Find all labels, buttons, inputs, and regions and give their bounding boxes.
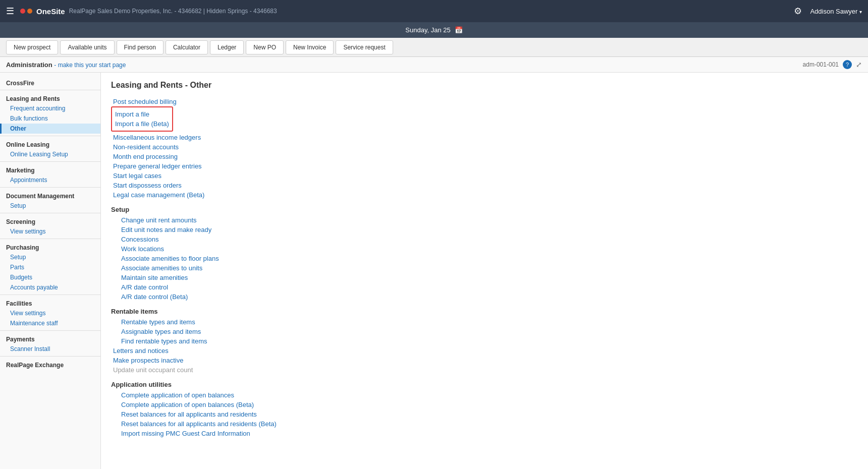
sidebar-section-leasing: Leasing and Rents xyxy=(0,92,100,103)
new-po-button[interactable]: New PO xyxy=(246,40,284,54)
top-header: ☰ OneSite RealPage Sales Demo Properties… xyxy=(0,0,868,22)
sidebar-item-scanner-install[interactable]: Scanner Install xyxy=(0,344,100,354)
link-find-rentable-types-items[interactable]: Find rentable types and items xyxy=(121,336,858,346)
link-start-legal-cases[interactable]: Start legal cases xyxy=(113,171,858,181)
divider xyxy=(0,161,100,162)
find-person-button[interactable]: Find person xyxy=(117,40,164,54)
link-import-a-file[interactable]: Import a file xyxy=(115,109,169,119)
link-miscellaneous-income-ledgers[interactable]: Miscellaneous income ledgers xyxy=(113,133,858,142)
app-utilities-section-header: Application utilities xyxy=(111,381,858,388)
link-legal-case-management-beta[interactable]: Legal case management (Beta) xyxy=(113,190,858,200)
service-request-button[interactable]: Service request xyxy=(336,40,393,54)
setup-section-header: Setup xyxy=(111,206,858,213)
link-reset-balances-applicants-residents[interactable]: Reset balances for all applicants and re… xyxy=(121,409,858,419)
sidebar-item-purchasing-setup[interactable]: Setup xyxy=(0,252,100,262)
link-letters-and-notices[interactable]: Letters and notices xyxy=(113,346,858,356)
sidebar-item-online-leasing-setup[interactable]: Online Leasing Setup xyxy=(0,149,100,159)
sidebar-item-frequent-accounting[interactable]: Frequent accounting xyxy=(0,103,100,113)
sidebar-section-marketing: Marketing xyxy=(0,164,100,175)
app-name: OneSite xyxy=(36,7,65,16)
divider xyxy=(0,239,100,239)
link-non-resident-accounts[interactable]: Non-resident accounts xyxy=(113,142,858,152)
sidebar: CrossFire Leasing and Rents Frequent acc… xyxy=(0,73,101,469)
link-concessions[interactable]: Concessions xyxy=(121,234,858,244)
quick-nav: New prospect Available units Find person… xyxy=(0,38,868,57)
rentable-items-section-header: Rentable items xyxy=(111,308,858,315)
calculator-button[interactable]: Calculator xyxy=(166,40,208,54)
admin-bar-right: adm-001-001 ? ⤢ xyxy=(803,60,862,69)
sidebar-item-parts[interactable]: Parts xyxy=(0,262,100,272)
divider xyxy=(0,187,100,188)
divider xyxy=(0,356,100,357)
link-reset-balances-applicants-residents-beta[interactable]: Reset balances for all applicants and re… xyxy=(121,419,858,429)
link-complete-application-open-balances-beta[interactable]: Complete application of open balances (B… xyxy=(121,400,858,409)
link-month-end-processing[interactable]: Month end processing xyxy=(113,152,858,161)
administration-label: Administration xyxy=(6,61,52,69)
help-icon[interactable]: ? xyxy=(843,60,852,69)
link-rentable-types-items[interactable]: Rentable types and items xyxy=(121,317,858,327)
divider xyxy=(0,213,100,213)
link-ar-date-control[interactable]: A/R date control xyxy=(121,282,858,292)
hamburger-icon[interactable]: ☰ xyxy=(6,6,14,17)
admin-bar-left: Administration - make this your start pa… xyxy=(6,61,126,69)
rentable-section-links: Rentable types and items Assignable type… xyxy=(111,317,858,346)
admin-bar: Administration - make this your start pa… xyxy=(0,57,868,73)
link-assignable-types-items[interactable]: Assignable types and items xyxy=(121,327,858,336)
ledger-button[interactable]: Ledger xyxy=(210,40,244,54)
link-work-locations[interactable]: Work locations xyxy=(121,244,858,254)
gear-icon[interactable]: ⚙ xyxy=(794,6,802,17)
link-make-prospects-inactive[interactable]: Make prospects inactive xyxy=(113,356,858,365)
link-start-dispossess-orders[interactable]: Start dispossess orders xyxy=(113,181,858,190)
page-title: Leasing and Rents - Other xyxy=(111,81,858,90)
chevron-down-icon: ▾ xyxy=(859,9,862,15)
setup-section-links: Change unit rent amounts Edit unit notes… xyxy=(111,215,858,302)
divider xyxy=(0,295,100,295)
link-import-a-file-beta[interactable]: Import a file (Beta) xyxy=(115,119,169,129)
sidebar-item-doc-setup[interactable]: Setup xyxy=(0,201,100,211)
app-utilities-section-links: Complete application of open balances Co… xyxy=(111,390,858,438)
link-update-unit-occupant-count: Update unit occupant count xyxy=(113,365,858,375)
link-associate-amenities-floor-plans[interactable]: Associate amenities to floor plans xyxy=(121,254,858,263)
link-edit-unit-notes[interactable]: Edit unit notes and make ready xyxy=(121,225,858,234)
divider xyxy=(0,136,100,136)
divider xyxy=(0,330,100,331)
new-invoice-button[interactable]: New Invoice xyxy=(286,40,334,54)
sidebar-section-facilities: Facilities xyxy=(0,297,100,308)
date-bar: Sunday, Jan 25 📅 xyxy=(0,22,868,38)
link-ar-date-control-beta[interactable]: A/R date control (Beta) xyxy=(121,292,858,302)
sidebar-item-maintenance-staff[interactable]: Maintenance staff xyxy=(0,318,100,328)
sidebar-item-facilities-view-settings[interactable]: View settings xyxy=(0,308,100,318)
sidebar-item-bulk-functions[interactable]: Bulk functions xyxy=(0,113,100,124)
sidebar-section-realpage-exchange: RealPage Exchange xyxy=(0,359,100,370)
link-import-missing-pmc-guest-card[interactable]: Import missing PMC Guest Card Informatio… xyxy=(121,429,858,438)
link-change-unit-rent-amounts[interactable]: Change unit rent amounts xyxy=(121,215,858,225)
expand-icon[interactable]: ⤢ xyxy=(856,61,862,69)
sidebar-section-payments: Payments xyxy=(0,333,100,344)
sidebar-item-appointments[interactable]: Appointments xyxy=(0,175,100,185)
make-start-page-link[interactable]: - make this your start page xyxy=(54,62,126,69)
link-complete-application-open-balances[interactable]: Complete application of open balances xyxy=(121,390,858,400)
import-highlight-box: Import a file Import a file (Beta) xyxy=(111,106,173,132)
divider xyxy=(0,90,100,90)
sidebar-item-screening-view-settings[interactable]: View settings xyxy=(0,226,100,237)
date-text: Sunday, Jan 25 xyxy=(405,26,450,34)
content-area: Leasing and Rents - Other Post scheduled… xyxy=(101,73,868,469)
sidebar-item-accounts-payable[interactable]: Accounts payable xyxy=(0,282,100,292)
available-units-button[interactable]: Available units xyxy=(60,40,114,54)
header-right: ⚙ Addison Sawyer ▾ xyxy=(794,6,862,17)
sidebar-section-crossfire: CrossFire xyxy=(0,77,100,88)
user-name[interactable]: Addison Sawyer ▾ xyxy=(810,8,862,15)
link-associate-amenities-units[interactable]: Associate amenities to units xyxy=(121,263,858,273)
sidebar-item-budgets[interactable]: Budgets xyxy=(0,272,100,282)
link-prepare-general-ledger-entries[interactable]: Prepare general ledger entries xyxy=(113,161,858,171)
sidebar-section-document-management: Document Management xyxy=(0,190,100,201)
new-prospect-button[interactable]: New prospect xyxy=(6,40,58,54)
admin-id: adm-001-001 xyxy=(803,61,839,68)
sidebar-item-other[interactable]: Other xyxy=(0,124,100,134)
calendar-icon: 📅 xyxy=(455,26,463,34)
link-post-scheduled-billing[interactable]: Post scheduled billing xyxy=(113,97,858,106)
sidebar-section-purchasing: Purchasing xyxy=(0,241,100,252)
link-maintain-site-amenities[interactable]: Maintain site amenities xyxy=(121,273,858,282)
logo-dots xyxy=(20,9,32,14)
dot-red xyxy=(20,9,25,14)
